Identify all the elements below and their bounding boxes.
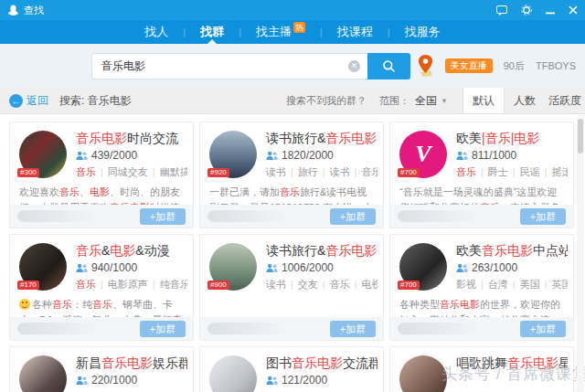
group-tag: 音乐 [76,279,96,290]
scrollbar-track[interactable] [577,115,584,392]
member-count: 1820/2000 [266,149,378,162]
group-results-grid: #300 音乐电影时尚交流 439/2000 音乐|同城交友|幽默搞笑|音乐..… [0,114,578,392]
join-group-button[interactable]: +加群 [520,208,566,225]
group-title[interactable]: 音乐&电影&动漫 [76,242,187,259]
member-count-text: 811/1000 [472,149,516,162]
tab-find-services[interactable]: 找服务 [403,20,442,44]
join-group-button[interactable]: +加群 [520,321,566,337]
group-title[interactable]: 欧美|音乐|电影 [456,130,568,146]
scope-label: 范围： [379,94,410,108]
group-tag: 交友 [298,279,318,290]
join-group-button[interactable]: +加群 [140,208,186,225]
qq-penguin-icon [7,4,19,16]
tab-find-courses[interactable]: 找课程 [335,20,375,44]
group-tag: 幽默搞笑 [160,166,187,177]
member-count-text: 1006/2000 [282,261,334,274]
location-pin-icon[interactable] [417,55,434,77]
chevron-down-icon[interactable]: ▼ [441,97,448,105]
member-count: 1006/2000 [266,261,378,274]
member-count: 263/1000 [456,261,568,274]
group-tags: 音乐|爵士|民谣|摇滚|乡村|... [456,165,568,179]
rank-badge: #920 [207,168,229,177]
group-card[interactable]: V #700 欧美|音乐|电影 811/1000 音乐|爵士|民谣|摇滚|乡村|… [389,122,574,228]
group-avatar: #300 [19,131,67,178]
search-input[interactable] [91,53,367,79]
hot-keyword-90s[interactable]: 90后 [504,59,525,73]
hot-keyword-tfboys[interactable]: TFBOYS [536,60,576,71]
search-section: ✕ 美女直播 90后 TFBOYS [0,44,585,88]
rank-badge: #700 [398,168,420,177]
group-tag: 美国 [520,279,540,290]
group-title[interactable]: 新昌音乐电影娱乐群 [76,355,187,371]
sort-tab-default[interactable]: 默认 [463,88,505,113]
close-icon[interactable] [569,5,578,15]
scope-dropdown[interactable]: 全国 [415,93,437,109]
group-tag: 爵士 [488,166,508,177]
group-avatar: #700 [399,243,447,291]
cant-find-group-link[interactable]: 搜索不到我的群？ [286,94,367,108]
sort-tab-members[interactable]: 人数 [505,88,545,113]
group-tags: 读书|旅行|读书|音乐|美食 [266,165,378,179]
group-avatar: #170 [19,243,67,291]
blurred-location [17,210,101,222]
tab-find-streamers[interactable]: 找主播热 [254,20,307,44]
member-count: 439/2000 [76,149,187,162]
group-card[interactable]: 图书音乐电影交流群。 121/2000 +加群 [199,346,384,392]
group-tag: 纯音乐 [160,279,187,290]
join-group-button[interactable]: +加群 [330,321,376,337]
member-count-text: 121/2000 [282,374,327,387]
scrollbar-thumb[interactable] [578,119,583,154]
join-group-button[interactable]: +加群 [330,208,376,225]
clear-search-icon[interactable]: ✕ [348,60,360,72]
group-tag: 音乐 [362,166,378,177]
group-title[interactable]: 唱歌跳舞音乐电影星座 [456,355,568,371]
group-tag: 读书 [266,279,286,290]
search-summary: 搜索: 音乐电影 [59,93,132,109]
sort-tab-activity[interactable]: 活跃度 [545,88,585,113]
tab-find-people[interactable]: 找人 [143,20,170,44]
group-tag: 音乐 [76,166,96,177]
avatar-letter: V [415,141,431,168]
search-button[interactable] [367,53,410,79]
group-title[interactable]: 音乐电影时尚交流 [76,130,187,146]
titlebar: 查找 [0,0,585,20]
member-count: 220/1000 [76,374,187,387]
group-tag: 影视 [456,279,476,290]
group-tag: 读书 [330,166,350,177]
group-title[interactable]: 读书旅行&音乐电影 [266,242,378,259]
group-title[interactable]: 图书音乐电影交流群。 [266,355,378,371]
group-card[interactable]: 唱歌跳舞音乐电影星座 +加群 [389,346,574,392]
group-tag: 旅行 [298,166,318,177]
member-count: 940/1000 [76,261,187,274]
group-card[interactable]: #170 音乐&电影&动漫 940/1000 音乐|电影原声|纯音乐|卡农|..… [9,234,194,341]
group-avatar: #900 [209,243,257,291]
live-show-badge[interactable]: 美女直播 [445,58,493,73]
hot-badge: 热 [293,22,305,33]
group-card[interactable]: #300 音乐电影时尚交流 439/2000 音乐|同城交友|幽默搞笑|音乐..… [9,122,194,228]
group-tag: 民谣 [520,166,540,177]
feedback-icon[interactable] [496,5,507,16]
tab-find-groups[interactable]: 找群 [198,20,226,44]
back-button[interactable]: ← 返回 [9,93,48,109]
group-tags: 音乐|电影原声|纯音乐|卡农|... [76,278,187,291]
rank-badge: #300 [17,168,39,177]
group-card[interactable]: #920 读书旅行&音乐电影 1820/2000 读书|旅行|读书|音乐|美食 … [199,122,384,228]
member-count-text: 940/1000 [91,261,137,274]
tab-divider: | [320,26,323,37]
rank-badge: #170 [17,281,39,290]
group-card[interactable]: 新昌音乐电影娱乐群 220/1000 +加群 [9,346,194,392]
settings-icon[interactable] [521,5,532,16]
group-card[interactable]: #700 欧美音乐电影中点站 263/1000 影视|台湾|美国|英国|教父|.… [389,234,574,341]
group-title[interactable]: 欧美音乐电影中点站 [456,242,568,259]
group-tag: 电视剧 [362,279,378,290]
join-group-button[interactable]: +加群 [140,321,186,337]
filter-bar: ← 返回 搜索: 音乐电影 搜索不到我的群？ 范围： 全国 ▼ 默认 人数 活跃… [0,88,585,114]
find-group-window: 查找 找人 | 找群 | 找主播热 | 找课程 [0,0,585,392]
group-card[interactable]: #900 读书旅行&音乐电影 1006/2000 读书|交友|音乐|电视剧|电影… [199,234,384,341]
smiley-emoji [19,299,30,310]
card-footer: +加群 [200,205,383,228]
members-icon [266,376,278,386]
group-title[interactable]: 读书旅行&音乐电影 [266,130,378,146]
minimize-icon[interactable] [546,5,555,15]
tab-divider: | [239,26,241,37]
